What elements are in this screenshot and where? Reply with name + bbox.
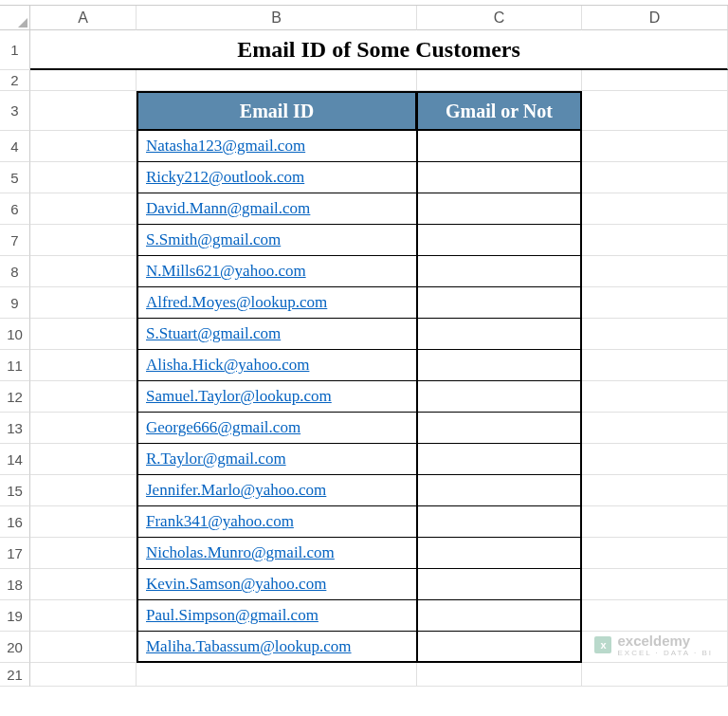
- email-link[interactable]: Nicholas.Munro@gmail.com: [146, 543, 335, 562]
- row-header-19[interactable]: 19: [0, 600, 30, 632]
- email-link[interactable]: Maliha.Tabassum@lookup.com: [146, 637, 352, 656]
- row-header-2[interactable]: 2: [0, 70, 30, 91]
- email-link[interactable]: David.Mann@gmail.com: [146, 199, 310, 218]
- cell-A8[interactable]: [30, 256, 136, 287]
- row-header-13[interactable]: 13: [0, 413, 30, 444]
- cell-gmail-15[interactable]: [417, 475, 582, 506]
- cell-gmail-17[interactable]: [417, 538, 582, 569]
- cell-A19[interactable]: [30, 600, 136, 632]
- email-link[interactable]: R.Taylor@gmail.com: [146, 450, 286, 468]
- cell-gmail-14[interactable]: [417, 444, 582, 475]
- row-header-1[interactable]: 1: [0, 30, 30, 70]
- cell-email-12[interactable]: Samuel.Taylor@lookup.com: [136, 381, 417, 413]
- email-link[interactable]: George666@gmail.com: [146, 418, 300, 437]
- cell-email-8[interactable]: N.Mills621@yahoo.com: [136, 256, 417, 287]
- row-header-15[interactable]: 15: [0, 475, 30, 506]
- cell-email-20[interactable]: Maliha.Tabassum@lookup.com: [136, 632, 417, 663]
- cell-email-15[interactable]: Jennifer.Marlo@yahoo.com: [136, 475, 417, 506]
- cell-gmail-19[interactable]: [417, 600, 582, 632]
- cell-D8[interactable]: [582, 256, 728, 287]
- email-link[interactable]: Samuel.Taylor@lookup.com: [146, 387, 332, 406]
- col-header-D[interactable]: D: [582, 6, 728, 30]
- cell-B2[interactable]: [136, 70, 417, 91]
- email-link[interactable]: Alfred.Moyes@lookup.com: [146, 293, 327, 312]
- row-header-18[interactable]: 18: [0, 569, 30, 600]
- email-link[interactable]: N.Mills621@yahoo.com: [146, 262, 306, 281]
- cell-A15[interactable]: [30, 475, 136, 506]
- cell-email-11[interactable]: Alisha.Hick@yahoo.com: [136, 350, 417, 381]
- cell-A11[interactable]: [30, 350, 136, 381]
- cell-gmail-16[interactable]: [417, 506, 582, 538]
- cell-A21[interactable]: [30, 663, 136, 687]
- row-header-6[interactable]: 6: [0, 193, 30, 225]
- cell-D13[interactable]: [582, 413, 728, 444]
- cell-email-13[interactable]: George666@gmail.com: [136, 413, 417, 444]
- cell-A17[interactable]: [30, 538, 136, 569]
- col-header-A[interactable]: A: [30, 6, 136, 30]
- email-link[interactable]: Frank341@yahoo.com: [146, 512, 294, 531]
- col-header-C[interactable]: C: [417, 6, 582, 30]
- cell-email-6[interactable]: David.Mann@gmail.com: [136, 193, 417, 225]
- row-header-7[interactable]: 7: [0, 225, 30, 256]
- select-all-triangle[interactable]: [0, 6, 30, 30]
- cell-C2[interactable]: [417, 70, 582, 91]
- row-header-21[interactable]: 21: [0, 663, 30, 687]
- email-link[interactable]: S.Smith@gmail.com: [146, 230, 281, 249]
- cell-B21[interactable]: [136, 663, 417, 687]
- cell-D15[interactable]: [582, 475, 728, 506]
- cell-A12[interactable]: [30, 381, 136, 413]
- cell-D5[interactable]: [582, 162, 728, 193]
- row-header-14[interactable]: 14: [0, 444, 30, 475]
- cell-A3[interactable]: [30, 91, 136, 131]
- row-header-8[interactable]: 8: [0, 256, 30, 287]
- cell-A18[interactable]: [30, 569, 136, 600]
- cell-gmail-4[interactable]: [417, 131, 582, 162]
- cell-D10[interactable]: [582, 319, 728, 350]
- email-link[interactable]: Jennifer.Marlo@yahoo.com: [146, 481, 326, 500]
- cell-C21[interactable]: [417, 663, 582, 687]
- row-header-12[interactable]: 12: [0, 381, 30, 413]
- cell-gmail-7[interactable]: [417, 225, 582, 256]
- cell-D14[interactable]: [582, 444, 728, 475]
- cell-A9[interactable]: [30, 287, 136, 319]
- cell-A2[interactable]: [30, 70, 136, 91]
- email-link[interactable]: Paul.Simpson@gmail.com: [146, 606, 318, 625]
- cell-email-19[interactable]: Paul.Simpson@gmail.com: [136, 600, 417, 632]
- row-header-9[interactable]: 9: [0, 287, 30, 319]
- email-link[interactable]: Alisha.Hick@yahoo.com: [146, 356, 309, 375]
- row-header-11[interactable]: 11: [0, 350, 30, 381]
- cell-gmail-11[interactable]: [417, 350, 582, 381]
- cell-D19[interactable]: [582, 600, 728, 632]
- cell-D2[interactable]: [582, 70, 728, 91]
- cell-D7[interactable]: [582, 225, 728, 256]
- cell-A4[interactable]: [30, 131, 136, 162]
- row-header-5[interactable]: 5: [0, 162, 30, 193]
- row-header-10[interactable]: 10: [0, 319, 30, 350]
- cell-A13[interactable]: [30, 413, 136, 444]
- page-title[interactable]: Email ID of Some Customers: [30, 30, 728, 70]
- cell-A14[interactable]: [30, 444, 136, 475]
- col-header-B[interactable]: B: [136, 6, 417, 30]
- cell-D18[interactable]: [582, 569, 728, 600]
- cell-email-9[interactable]: Alfred.Moyes@lookup.com: [136, 287, 417, 319]
- cell-email-4[interactable]: Natasha123@gmail.com: [136, 131, 417, 162]
- cell-email-10[interactable]: S.Stuart@gmail.com: [136, 319, 417, 350]
- cell-D12[interactable]: [582, 381, 728, 413]
- cell-email-16[interactable]: Frank341@yahoo.com: [136, 506, 417, 538]
- cell-gmail-10[interactable]: [417, 319, 582, 350]
- cell-gmail-13[interactable]: [417, 413, 582, 444]
- cell-D4[interactable]: [582, 131, 728, 162]
- cell-gmail-8[interactable]: [417, 256, 582, 287]
- email-link[interactable]: Natasha123@gmail.com: [146, 137, 305, 156]
- table-header-email[interactable]: Email ID: [136, 91, 417, 131]
- row-header-4[interactable]: 4: [0, 131, 30, 162]
- cell-email-17[interactable]: Nicholas.Munro@gmail.com: [136, 538, 417, 569]
- cell-D3[interactable]: [582, 91, 728, 131]
- cell-D6[interactable]: [582, 193, 728, 225]
- row-header-20[interactable]: 20: [0, 632, 30, 663]
- cell-gmail-20[interactable]: [417, 632, 582, 663]
- cell-email-14[interactable]: R.Taylor@gmail.com: [136, 444, 417, 475]
- cell-A10[interactable]: [30, 319, 136, 350]
- cell-A20[interactable]: [30, 632, 136, 663]
- cell-A7[interactable]: [30, 225, 136, 256]
